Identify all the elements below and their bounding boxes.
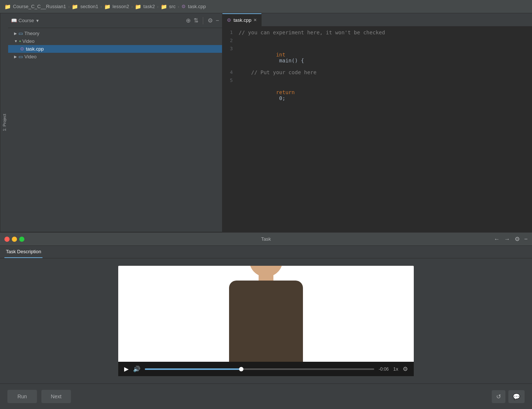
settings-icon[interactable]: ⚙	[208, 17, 213, 24]
task-folder-icon: 📁	[135, 4, 141, 10]
window-buttons	[4, 237, 24, 242]
video-container: ▶ 🔊 -0:06 1x ⚙	[118, 266, 414, 376]
course-dropdown-icon[interactable]: ▼	[35, 18, 40, 23]
task-minimize-icon[interactable]: −	[524, 236, 528, 243]
sort-icon[interactable]: ⇅	[194, 17, 198, 24]
tree-label-theory: Theory	[24, 31, 39, 36]
sidebar-toolbar-icons: ⊕ ⇅ ⚙ −	[186, 17, 219, 24]
code-editor[interactable]: 1 // you can experiment here, it won't b…	[222, 27, 532, 232]
line-number-1: 1	[222, 30, 237, 35]
tab-taskcpp[interactable]: ⚙ task.cpp ✕	[222, 13, 262, 26]
expand-arrow-video1: ▼	[14, 39, 18, 43]
toolbar-divider	[203, 17, 203, 24]
play-icon: ▶	[124, 365, 129, 372]
separator-1: ›	[68, 4, 70, 9]
title-bar: 📁 Course_C_C__Russian1 › 📁 section1 › 📁 …	[0, 0, 532, 13]
breadcrumb-course: Course_C_C__Russian1	[13, 4, 66, 9]
tree-label-video2: Video	[24, 54, 37, 59]
project-panel-label[interactable]: 1: Project	[0, 13, 8, 232]
nav-back-icon[interactable]: ←	[494, 236, 500, 243]
time-remaining: -0:06	[379, 367, 389, 372]
breadcrumb-lesson: lesson2	[113, 4, 129, 9]
task-panel: Task ← → ⚙ − Task Description	[0, 232, 532, 409]
tab-close-button[interactable]: ✕	[253, 18, 257, 23]
task-panel-title: Task	[261, 236, 271, 242]
project-tree: ▶ ▭ Theory ▼ ▪ Video ⚙ task.cpp ▶	[8, 28, 222, 232]
action-bar-left: Run Next	[7, 390, 71, 403]
add-icon[interactable]: ⊕	[186, 17, 191, 24]
line-content-5: return 0;	[237, 78, 295, 107]
tree-item-taskcpp[interactable]: ⚙ task.cpp	[8, 45, 222, 53]
action-bar: Run Next ↺ 💬	[0, 384, 532, 409]
undo-button[interactable]: ↺	[492, 390, 505, 403]
line-number-3: 3	[222, 46, 237, 51]
task-toolbar-right: ← → ⚙ −	[494, 236, 528, 243]
person-face	[249, 266, 283, 277]
tree-item-theory[interactable]: ▶ ▭ Theory	[8, 30, 222, 37]
code-line-5: 5 return 0;	[222, 78, 532, 107]
volume-button[interactable]: 🔊	[133, 365, 140, 372]
line-number-4: 4	[222, 69, 237, 75]
code-line-4: 4 // Put your code here	[222, 69, 532, 78]
src-folder-icon: 📁	[161, 4, 167, 10]
separator-5: ›	[178, 4, 179, 9]
separator-4: ›	[157, 4, 158, 9]
sidebar-toolbar: 📖 Course ▼ ⊕ ⇅ ⚙ −	[8, 13, 222, 28]
window-minimize-btn[interactable]	[12, 237, 17, 242]
tree-item-video2[interactable]: ▶ ▭ Video	[8, 53, 222, 61]
chat-button[interactable]: 💬	[508, 390, 525, 403]
video-controls: ▶ 🔊 -0:06 1x ⚙	[118, 362, 414, 376]
module-icon-video1: ▪	[19, 38, 21, 44]
progress-handle[interactable]	[239, 367, 243, 371]
next-button[interactable]: Next	[41, 390, 71, 403]
code-line-2: 2	[222, 38, 532, 46]
video-display[interactable]	[118, 266, 414, 362]
task-settings-icon[interactable]: ⚙	[515, 236, 520, 243]
module-icon-theory: ▭	[18, 31, 23, 36]
expand-arrow-video2: ▶	[14, 55, 17, 59]
course-label-text: Course	[18, 18, 34, 23]
tab-task-description[interactable]: Task Description	[4, 246, 42, 258]
tab-cpp-icon: ⚙	[227, 17, 231, 23]
task-content: ▶ 🔊 -0:06 1x ⚙	[0, 258, 532, 384]
cpp-file-node-icon: ⚙	[20, 46, 24, 52]
expand-arrow-theory: ▶	[14, 31, 17, 35]
root-folder-icon: 📁	[4, 4, 11, 10]
project-sidebar: 📖 Course ▼ ⊕ ⇅ ⚙ − ▶ ▭ Theory	[8, 13, 222, 232]
task-description-label: Task Description	[6, 249, 41, 254]
main-layout: 1: Project 📖 Course ▼ ⊕ ⇅ ⚙ −	[0, 13, 532, 409]
task-title-bar: Task ← → ⚙ −	[0, 233, 532, 246]
undo-icon: ↺	[496, 393, 501, 400]
code-indent	[276, 83, 289, 89]
tree-label-taskcpp: task.cpp	[26, 46, 44, 52]
section-folder-icon: 📁	[72, 4, 78, 10]
volume-icon: 🔊	[133, 365, 140, 372]
run-button[interactable]: Run	[7, 390, 37, 403]
line-content-3: int main() {	[237, 46, 304, 69]
task-tabs: Task Description	[0, 246, 532, 258]
nav-forward-icon[interactable]: →	[504, 236, 510, 243]
action-bar-right: ↺ 💬	[492, 390, 525, 403]
video-settings-icon[interactable]: ⚙	[403, 365, 408, 372]
progress-bar[interactable]	[145, 368, 374, 370]
breadcrumb-file: task.cpp	[188, 4, 206, 9]
separator-2: ›	[100, 4, 102, 9]
tree-item-video1[interactable]: ▼ ▪ Video	[8, 37, 222, 45]
editor-area: ⚙ task.cpp ✕ 1 // you can experiment her…	[222, 13, 532, 232]
play-button[interactable]: ▶	[124, 365, 129, 372]
lesson-folder-icon: 📁	[104, 4, 110, 10]
playback-speed[interactable]: 1x	[393, 366, 398, 372]
module-icon-video2: ▭	[18, 54, 23, 59]
separator-3: ›	[131, 4, 133, 9]
line-number-5: 5	[222, 78, 237, 83]
line-content-4: // Put your code here	[237, 69, 317, 75]
person-body	[229, 281, 303, 362]
course-label: 📖 Course ▼	[11, 18, 183, 23]
window-close-btn[interactable]	[4, 237, 10, 242]
code-line-3: 3 int main() {	[222, 46, 532, 69]
line-number-2: 2	[222, 38, 237, 43]
window-maximize-btn[interactable]	[19, 237, 24, 242]
tree-label-video1: Video	[23, 38, 35, 44]
collapse-icon[interactable]: −	[216, 17, 219, 24]
breadcrumb-section: section1	[80, 4, 98, 9]
